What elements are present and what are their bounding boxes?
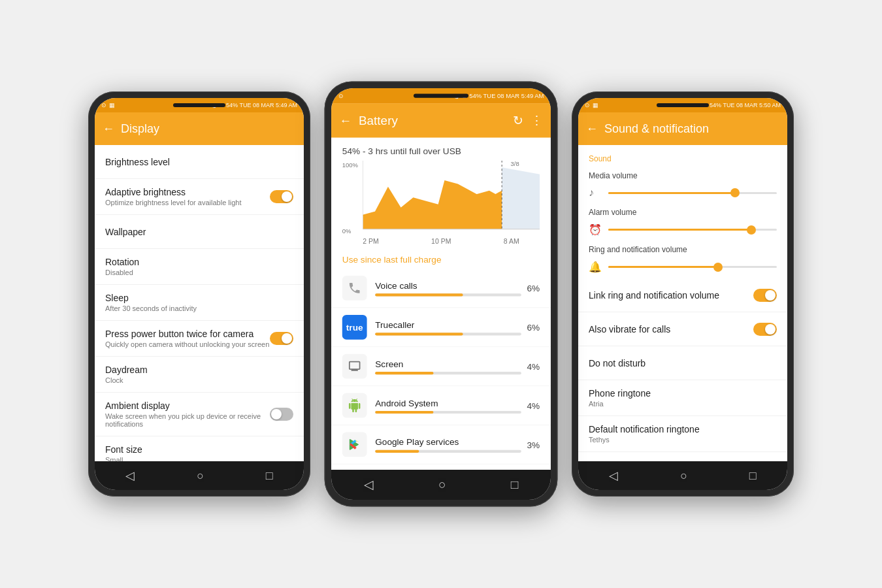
setting-wallpaper[interactable]: Wallpaper: [95, 215, 304, 249]
ring-volume-icon: 🔔: [589, 261, 602, 273]
setting-phone-ringtone[interactable]: Phone ringtone Atria: [578, 380, 787, 416]
media-volume-control[interactable]: ♪: [578, 182, 787, 204]
font-subtitle: Small: [105, 456, 293, 461]
whatsapp-icon-1: ⊙: [101, 102, 106, 108]
android-system-bar: [375, 410, 521, 413]
chart-y-top: 100%: [342, 161, 358, 168]
battery-summary: 54% - 3 hrs until full over USB: [331, 138, 551, 161]
vibrate-toggle[interactable]: [753, 323, 777, 336]
alarm-volume-label-container: Alarm volume: [578, 204, 787, 218]
app-bar-title-display: Display: [121, 122, 296, 136]
back-nav-3[interactable]: ◁: [609, 468, 618, 483]
screen-pct: 4%: [527, 361, 540, 371]
nav-bar-3: ◁ ○ □: [578, 461, 787, 490]
more-icon-battery[interactable]: ⋮: [531, 113, 543, 128]
sound-section-header: Sound: [578, 145, 787, 167]
phone-speaker-2: [414, 93, 468, 97]
ring-volume-control[interactable]: 🔔: [578, 255, 787, 278]
setting-sleep[interactable]: Sleep After 30 seconds of inactivity: [95, 285, 304, 321]
chart-label-2pm: 2 PM: [363, 237, 379, 245]
ring-volume-label: Ring and notification volume: [589, 245, 777, 254]
setting-other-sounds[interactable]: Other sounds: [578, 452, 787, 461]
media-volume-track[interactable]: [608, 192, 777, 194]
link-ring-title: Link ring and notification volume: [589, 290, 753, 301]
truecaller-info: Truecaller: [375, 319, 521, 335]
voice-calls-pct: 6%: [527, 283, 540, 293]
battery-app-voice[interactable]: Voice calls 6%: [331, 269, 551, 308]
ambient-toggle[interactable]: [270, 408, 293, 421]
alarm-volume-label: Alarm volume: [589, 208, 777, 217]
daydream-subtitle: Clock: [105, 376, 293, 384]
alarm-volume-control[interactable]: ⏰: [578, 218, 787, 241]
rotation-subtitle: Disabled: [105, 269, 293, 276]
voice-calls-icon: [342, 276, 367, 301]
back-button-battery[interactable]: ←: [340, 113, 352, 127]
phone-sound: ⊙ ▦ ▲ 54% TUE 08 MAR 5:50 AM ← Sound & n…: [572, 91, 794, 497]
whatsapp-icon-3: ⊙: [585, 102, 590, 108]
back-button-display[interactable]: ←: [103, 122, 114, 136]
setting-vibrate[interactable]: Also vibrate for calls: [578, 312, 787, 346]
truecaller-pct: 6%: [527, 322, 540, 333]
recents-nav-2[interactable]: □: [511, 478, 518, 492]
home-nav-1[interactable]: ○: [197, 469, 204, 483]
adaptive-brightness-toggle[interactable]: [270, 190, 293, 203]
media-volume-label: Media volume: [589, 171, 777, 180]
phones-container: ⊙ ▦ ◑ ▲ 54% TUE 08 MAR 5:49 AM ← Display…: [75, 65, 807, 523]
screen-bar: [375, 371, 521, 374]
refresh-icon-battery[interactable]: ↻: [513, 113, 523, 128]
truecaller-name: Truecaller: [375, 319, 521, 329]
media-volume-label-container: Media volume: [578, 167, 787, 182]
link-ring-toggle[interactable]: [753, 289, 777, 302]
home-nav-2[interactable]: ○: [438, 478, 446, 492]
setting-link-ring[interactable]: Link ring and notification volume: [578, 278, 787, 312]
ambient-title: Ambient display: [105, 400, 270, 411]
setting-font[interactable]: Font size Small: [95, 436, 304, 461]
phone-display: ⊙ ▦ ◑ ▲ 54% TUE 08 MAR 5:49 AM ← Display…: [88, 91, 310, 497]
screen-icon: [342, 353, 367, 378]
phone-speaker-1: [173, 103, 225, 107]
battery-app-screen[interactable]: Screen 4%: [331, 347, 551, 386]
android-system-info: Android System: [375, 397, 521, 413]
phone-speaker-3: [657, 103, 709, 107]
screen-info: Screen: [375, 358, 521, 374]
setting-power-camera[interactable]: Press power button twice for camera Quic…: [95, 321, 304, 357]
setting-notif-ringtone[interactable]: Default notification ringtone Tethys: [578, 416, 787, 452]
battery-app-play[interactable]: Google Play services 3%: [331, 425, 551, 465]
setting-dnd[interactable]: Do not disturb: [578, 346, 787, 380]
sound-content: Sound Media volume ♪ Alarm volume: [578, 145, 787, 461]
chart-x-labels: 2 PM 10 PM 8 AM: [331, 236, 551, 248]
setting-brightness-level[interactable]: Brightness level: [95, 145, 304, 179]
phone-ringtone-subtitle: Atria: [589, 400, 777, 408]
chart-label-10pm: 10 PM: [431, 237, 451, 245]
vibrate-title: Also vibrate for calls: [589, 324, 753, 335]
back-nav-1[interactable]: ◁: [125, 468, 135, 483]
font-title: Font size: [105, 444, 293, 455]
dnd-title: Do not disturb: [589, 358, 777, 368]
chart-y-bottom: 0%: [342, 227, 351, 235]
ring-volume-track[interactable]: [608, 266, 777, 268]
recents-nav-1[interactable]: □: [266, 469, 273, 483]
app-bar-title-sound: Sound & notification: [604, 122, 779, 136]
use-since-label: Use since last full charge: [331, 248, 551, 269]
sleep-subtitle: After 30 seconds of inactivity: [105, 304, 293, 312]
setting-rotation[interactable]: Rotation Disabled: [95, 249, 304, 285]
daydream-title: Daydream: [105, 365, 293, 375]
recents-nav-3[interactable]: □: [749, 469, 757, 483]
svg-marker-1: [363, 181, 502, 229]
alarm-volume-icon: ⏰: [589, 223, 602, 236]
battery-app-truecaller[interactable]: true Truecaller 6%: [331, 308, 551, 347]
setting-ambient[interactable]: Ambient display Wake screen when you pic…: [95, 393, 304, 436]
adaptive-brightness-subtitle: Optimize brightness level for available …: [105, 199, 270, 206]
back-button-sound[interactable]: ←: [586, 122, 598, 136]
wallpaper-title: Wallpaper: [105, 227, 293, 237]
setting-adaptive-brightness[interactable]: Adaptive brightness Optimize brightness …: [95, 179, 304, 215]
home-nav-3[interactable]: ○: [680, 469, 687, 483]
battery-app-cell[interactable]: Cell standby 3%: [331, 464, 551, 469]
screen-name: Screen: [375, 358, 521, 368]
back-nav-2[interactable]: ◁: [364, 477, 374, 492]
power-camera-toggle[interactable]: [270, 332, 293, 345]
setting-daydream[interactable]: Daydream Clock: [95, 357, 304, 393]
media-volume-icon: ♪: [589, 187, 602, 199]
alarm-volume-track[interactable]: [608, 229, 777, 231]
battery-app-android[interactable]: Android System 4%: [331, 386, 551, 425]
